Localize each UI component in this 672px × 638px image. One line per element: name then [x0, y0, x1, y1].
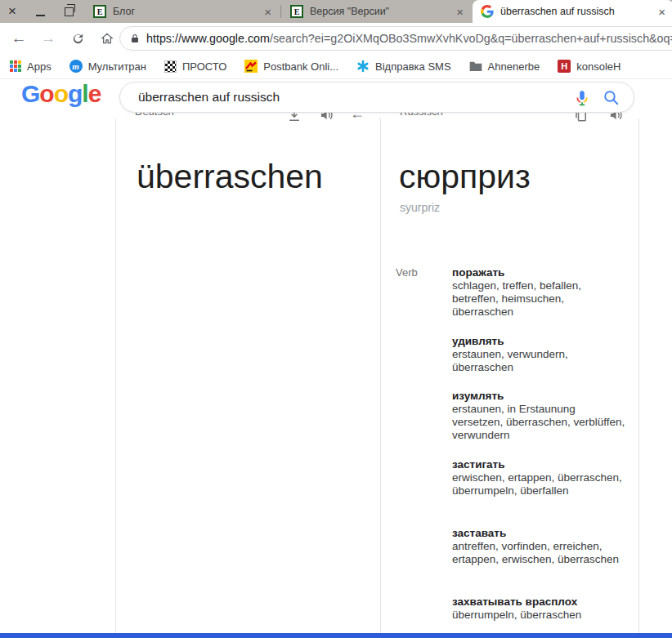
- search-query-text: überraschen auf russisch: [138, 90, 280, 105]
- site-favicon-e-icon: E: [290, 5, 303, 18]
- bookmark-sms[interactable]: Відправка SMS: [356, 60, 451, 73]
- tab-close-icon[interactable]: ×: [456, 6, 464, 18]
- translation-synonyms: antreffen, vorfinden, erreichen, ertappe…: [452, 540, 625, 566]
- translation-entry: захватывать врасплох überrumpeln, überra…: [452, 596, 625, 622]
- translation-entry: изумлять erstaunen, in Erstaunung verset…: [452, 390, 625, 442]
- reload-button[interactable]: [69, 29, 87, 47]
- bookmark-label: konsoleH: [576, 60, 620, 73]
- tab-strip: × E Блог × E Версия "Версии" × überrasch…: [0, 0, 672, 23]
- card-left-border: [115, 118, 116, 633]
- google-g-favicon-icon: [481, 5, 494, 18]
- home-icon: [100, 31, 114, 46]
- bookmark-multitran[interactable]: m Мультитран: [69, 60, 146, 73]
- lock-icon: [130, 33, 140, 44]
- url-host: https://www.google.com: [146, 32, 270, 45]
- logo-letter: g: [68, 80, 82, 107]
- bottom-blue-bar: [0, 633, 672, 638]
- konsoleh-favicon-icon: H: [558, 60, 571, 73]
- tab-versiya[interactable]: E Версия "Версии" ×: [282, 0, 472, 23]
- logo-letter: l: [82, 80, 87, 107]
- translation-synonyms: überrumpeln, überraschen: [452, 609, 625, 622]
- google-logo[interactable]: Google: [21, 80, 101, 108]
- window-close-button[interactable]: ×: [8, 2, 16, 20]
- bookmark-label: Відправка SMS: [375, 60, 451, 73]
- logo-letter: o: [54, 80, 68, 107]
- translation-word[interactable]: застигать: [452, 458, 625, 471]
- tab-title: überraschen auf russisch: [500, 6, 652, 17]
- tab-title: Блог: [113, 6, 258, 17]
- search-icon[interactable]: [603, 89, 620, 107]
- card-middle-divider: [380, 118, 381, 633]
- bookmark-label: ПРОСТО: [182, 60, 226, 73]
- bookmark-ahnenerbe[interactable]: Ahnenerbe: [469, 60, 540, 73]
- site-favicon-e-icon: E: [93, 5, 106, 18]
- back-button[interactable]: ←: [10, 29, 28, 47]
- bookmark-label: Ahnenerbe: [488, 60, 540, 73]
- logo-letter: e: [88, 80, 101, 107]
- home-button[interactable]: [98, 29, 116, 47]
- url-path: /search?ei=g2OiXMqOBo3SmwXvhKvoDg&q=über…: [270, 32, 672, 45]
- multitran-favicon-icon: m: [69, 60, 83, 73]
- postbank-favicon-icon: [244, 60, 258, 73]
- kyivstar-star-icon: [356, 60, 370, 73]
- window-minimize-button[interactable]: [36, 15, 45, 16]
- translation-word[interactable]: захватывать врасплох: [452, 596, 625, 609]
- tab-separator: [280, 5, 281, 18]
- bookmark-label: Postbank Onli...: [263, 60, 338, 73]
- tab-blog[interactable]: E Блог ×: [85, 0, 280, 23]
- translation-synonyms: erstaunen, verwundern, überraschen: [452, 348, 625, 374]
- tab-active-google-search[interactable]: überraschen auf russisch ×: [473, 0, 672, 23]
- tab-title: Версия "Версии": [310, 6, 450, 17]
- source-word: überraschen: [137, 158, 323, 196]
- search-box[interactable]: überraschen auf russisch: [119, 82, 634, 113]
- translation-word[interactable]: изумлять: [452, 390, 625, 403]
- qr-favicon-icon: [164, 60, 177, 73]
- window-restore-button[interactable]: [65, 7, 74, 16]
- translation-word[interactable]: поражать: [452, 266, 625, 279]
- translation-synonyms: schlagen, treffen, befallen, betreffen, …: [452, 279, 625, 319]
- tab-close-icon[interactable]: ×: [658, 6, 665, 18]
- transliteration: syurpriz: [400, 201, 440, 214]
- navigation-toolbar: ← → https://www.google.com/search?ei=g2O…: [0, 23, 672, 54]
- bookmark-prosto[interactable]: ПРОСТО: [164, 60, 226, 73]
- translation-entry: удивлять erstaunen, verwundern, überrasc…: [452, 335, 625, 374]
- bookmark-label: Apps: [27, 60, 52, 73]
- logo-letter: G: [21, 80, 39, 107]
- bookmark-konsoleh[interactable]: H konsoleH: [558, 60, 620, 73]
- bookmark-postbank[interactable]: Postbank Onli...: [244, 60, 338, 73]
- folder-icon: [469, 60, 482, 72]
- bookmarks-bar: Apps m Мультитран ПРОСТО Postbank Onli..…: [0, 54, 672, 79]
- translation-synonyms: erwischen, ertappen, überraschen, überru…: [452, 471, 625, 497]
- bookmark-apps[interactable]: Apps: [10, 60, 52, 73]
- part-of-speech-label: Verb: [396, 266, 418, 279]
- forward-button[interactable]: →: [39, 29, 57, 47]
- address-bar[interactable]: https://www.google.com/search?ei=g2OiXMq…: [119, 26, 672, 51]
- bookmark-label: Мультитран: [88, 60, 146, 73]
- reload-icon: [71, 32, 85, 46]
- translation-synonyms: erstaunen, in Erstaunung versetzen, über…: [452, 403, 625, 442]
- translation-word[interactable]: удивлять: [452, 335, 625, 348]
- translation-word[interactable]: заставать: [452, 527, 625, 540]
- tab-close-icon[interactable]: ×: [264, 6, 271, 18]
- translation-entry: заставать antreffen, vorfinden, erreiche…: [452, 527, 625, 566]
- browser-window: × E Блог × E Версия "Версии" × überrasch…: [0, 0, 672, 638]
- apps-grid-icon: [10, 60, 21, 72]
- translated-word: сюрприз: [399, 158, 531, 196]
- translation-entry: поражать schlagen, treffen, befallen, be…: [452, 266, 625, 319]
- voice-search-icon[interactable]: [573, 89, 591, 107]
- translation-entry: застигать erwischen, ertappen, überrasch…: [452, 458, 625, 497]
- card-right-border: [638, 118, 639, 633]
- logo-letter: o: [39, 80, 53, 107]
